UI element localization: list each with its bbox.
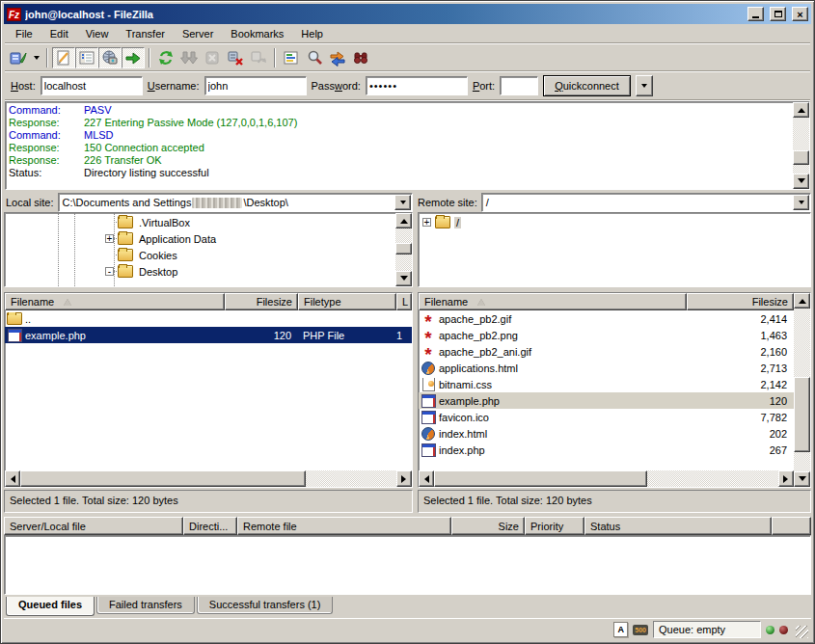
column-header-filename[interactable]: Filename <box>5 293 225 310</box>
column-header-priority[interactable]: Priority <box>525 517 584 535</box>
toggle-message-log-button[interactable] <box>52 47 75 68</box>
disconnect-button[interactable] <box>224 47 247 68</box>
site-manager-button[interactable] <box>7 47 30 68</box>
scroll-right-button[interactable] <box>778 470 794 487</box>
column-header-status[interactable]: Status <box>584 517 772 535</box>
column-header-filetype[interactable]: Filetype <box>298 293 396 310</box>
quickconnect-dropdown[interactable] <box>636 75 653 96</box>
local-site-combo[interactable]: C:\Documents and Settings\Desktop\ <box>58 193 413 212</box>
remote-site-combo-button[interactable] <box>793 195 809 210</box>
file-row-selected[interactable]: example.php 120 PHP File 1 <box>5 327 412 343</box>
tree-item[interactable]: Application Data <box>5 230 395 247</box>
menu-server[interactable]: Server <box>174 26 222 41</box>
speed-limit-badge-icon[interactable]: 500 <box>633 625 648 635</box>
file-row[interactable]: apache_pb2.gif2,414 <box>419 310 794 327</box>
find-files-button[interactable] <box>349 47 372 68</box>
column-header-remote-file[interactable]: Remote file <box>237 517 451 535</box>
datatype-indicator-icon[interactable]: A <box>613 622 628 637</box>
quickconnect-button[interactable]: Quickconnect <box>543 75 631 96</box>
filters-button[interactable] <box>280 47 303 68</box>
scroll-up-button[interactable] <box>794 293 810 309</box>
scroll-up-button[interactable] <box>395 213 412 228</box>
column-header-filesize[interactable]: Filesize <box>225 293 298 310</box>
local-site-combo-button[interactable] <box>394 195 411 210</box>
scroll-thumb[interactable] <box>793 150 809 165</box>
menu-help[interactable]: Help <box>292 26 332 41</box>
file-row[interactable]: apache_pb2.png1,463 <box>419 327 794 343</box>
column-header-lastmodified[interactable]: L <box>396 293 412 310</box>
scroll-down-button[interactable] <box>794 471 810 487</box>
file-row[interactable]: index.html202 <box>419 425 794 442</box>
tree-expander[interactable] <box>105 267 114 276</box>
scroll-track[interactable] <box>794 309 810 471</box>
host-input[interactable] <box>41 76 143 95</box>
menu-bookmarks[interactable]: Bookmarks <box>222 26 292 41</box>
file-row[interactable]: index.php267 <box>419 442 794 458</box>
tab-successful-transfers[interactable]: Successful transfers (1) <box>197 597 334 614</box>
column-header-size[interactable]: Size <box>451 517 525 535</box>
column-header-filename[interactable]: Filename <box>419 293 687 310</box>
tab-failed-transfers[interactable]: Failed transfers <box>96 597 195 614</box>
file-row[interactable]: favicon.ico7,782 <box>419 409 794 425</box>
username-input[interactable] <box>204 76 307 95</box>
file-row[interactable]: applications.html2,713 <box>419 360 794 376</box>
toggle-local-tree-button[interactable] <box>75 47 98 68</box>
scroll-right-button[interactable] <box>396 470 412 487</box>
toggle-remote-tree-button[interactable] <box>98 47 122 68</box>
remote-list-hscrollbar[interactable] <box>419 470 794 487</box>
synchronized-browsing-button[interactable] <box>326 47 349 68</box>
tree-expander[interactable] <box>422 218 431 227</box>
scroll-track[interactable] <box>793 118 809 174</box>
tree-item-label[interactable]: Desktop <box>137 266 179 278</box>
scroll-track[interactable] <box>395 228 412 271</box>
log-scrollbar[interactable] <box>793 102 809 189</box>
site-manager-dropdown[interactable] <box>30 47 42 68</box>
scroll-track[interactable] <box>434 470 778 487</box>
tree-item[interactable]: .VirtualBox <box>5 214 395 230</box>
tree-item-label[interactable]: Application Data <box>137 233 218 245</box>
file-row[interactable]: .. <box>5 310 412 327</box>
scroll-down-button[interactable] <box>793 174 809 189</box>
scroll-left-button[interactable] <box>419 470 434 487</box>
local-tree-scrollbar[interactable] <box>395 213 412 286</box>
column-header-direction[interactable]: Directi... <box>183 517 237 535</box>
remote-site-combo[interactable]: / <box>481 193 811 212</box>
refresh-button[interactable] <box>154 47 177 68</box>
scroll-track[interactable] <box>20 470 396 487</box>
scroll-thumb[interactable] <box>395 243 412 255</box>
scroll-up-button[interactable] <box>793 102 809 118</box>
file-row-selected[interactable]: example.php120 <box>419 392 794 409</box>
tree-item-label[interactable]: / <box>454 217 461 228</box>
file-row[interactable]: bitnami.css2,142 <box>419 376 794 392</box>
scroll-down-button[interactable] <box>395 271 412 286</box>
column-header-filesize[interactable]: Filesize <box>687 293 794 310</box>
close-button[interactable]: × <box>792 7 808 21</box>
tree-item-label[interactable]: Cookies <box>137 250 179 261</box>
scroll-thumb[interactable] <box>794 377 810 452</box>
menu-view[interactable]: View <box>77 26 118 41</box>
column-header-server-local-file[interactable]: Server/Local file <box>4 517 183 535</box>
tab-queued-files[interactable]: Queued files <box>6 597 95 616</box>
toggle-transfer-queue-button[interactable] <box>122 47 145 68</box>
resize-grip[interactable] <box>796 626 808 638</box>
scroll-thumb[interactable] <box>434 470 647 487</box>
password-input[interactable] <box>366 76 468 95</box>
scroll-thumb[interactable] <box>20 470 306 487</box>
tree-item[interactable]: Cookies <box>5 247 395 263</box>
menu-file[interactable]: File <box>7 26 41 41</box>
tree-item[interactable]: Desktop <box>5 263 395 280</box>
queue-list[interactable] <box>4 535 811 595</box>
tree-expander[interactable] <box>105 234 114 243</box>
tree-item[interactable]: / <box>419 214 810 230</box>
maximize-button[interactable] <box>770 7 786 21</box>
tree-item-label[interactable]: .VirtualBox <box>137 217 192 228</box>
menu-edit[interactable]: Edit <box>41 26 77 41</box>
local-list-hscrollbar[interactable] <box>5 470 412 487</box>
remote-list-scrollbar[interactable] <box>794 293 810 487</box>
scroll-left-button[interactable] <box>5 470 20 487</box>
minimize-button[interactable] <box>747 7 764 21</box>
menu-transfer[interactable]: Transfer <box>117 26 174 41</box>
titlebar[interactable]: Fz john@localhost - FileZilla × <box>4 4 811 24</box>
directory-comparison-button[interactable] <box>303 47 326 68</box>
port-input[interactable] <box>500 76 538 95</box>
